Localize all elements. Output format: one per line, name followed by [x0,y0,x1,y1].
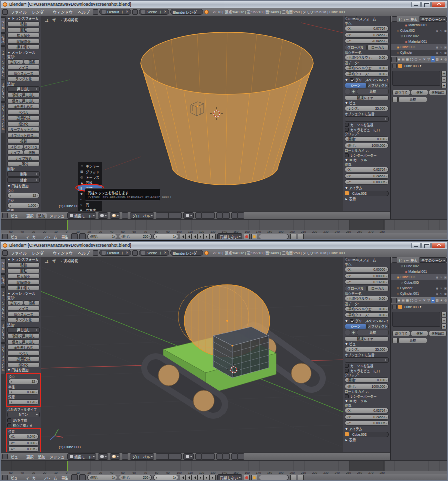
vertices-field[interactable]: 32 [7,193,40,198]
manipulator-icon[interactable] [122,453,128,460]
add-tool-button[interactable]: 細分化 [7,121,40,126]
start-frame-field[interactable]: 開始:1 [87,234,117,239]
title-bar[interactable]: Blender* [C:¥Users¥anazawa¥Downloads¥scr… [1,242,447,249]
properties-tab-icon[interactable]: ◉ [397,56,401,62]
properties-tab-icon[interactable]: ◯ [410,297,414,303]
timeline-menu-item[interactable]: ビュー [9,234,22,239]
crease-field[interactable]: 平均クリース:0.00 [345,312,389,318]
prev-keyframe-button[interactable] [186,234,192,239]
new-layer-button[interactable]: 新規レイヤー [345,95,389,100]
timeline-menu-item[interactable]: フレーム [42,475,59,480]
mode-dropdown[interactable]: 編集モード [67,212,96,219]
panel-header-grease-pencil[interactable]: ▼グリースペンシルレイ [345,319,389,324]
properties-tab-icon[interactable]: ▦ [405,56,410,62]
scene-selector[interactable]: Scene＋✕ [139,250,169,256]
play-button[interactable] [198,475,204,480]
shelf-tab[interactable]: 作成 [1,274,6,287]
editor-type-icon[interactable] [2,9,8,15]
grease-pencil-checkbox[interactable] [350,78,354,82]
properties-tab-icon[interactable]: ▢ [414,297,418,303]
timeline-menu-item[interactable]: 再生 [60,234,70,239]
visibility-icons[interactable]: ◉ ↖ ▣ [436,276,447,279]
generate-uv-row[interactable]: UVを生成 [7,418,40,423]
tool-button[interactable]: ナイフ [7,150,23,155]
editor-type-icon[interactable] [2,213,8,218]
editor-type-icon[interactable] [2,454,8,459]
outliner-view-menu[interactable]: ビュー [399,17,409,22]
outliner-row[interactable]: ▽Cylinder.001◉ ↖ ▣ [391,291,448,296]
properties-tab-icon[interactable]: ∗ [439,56,444,62]
play-reverse-button[interactable] [192,475,198,480]
add-tool-button[interactable]: 領域で押し出し [7,333,40,338]
outliner-row[interactable]: ▽Cube.002◉ ↖ ▣ [391,28,448,33]
minimize-button[interactable] [411,2,421,7]
median-y-field[interactable]: Y:0.24557 [345,32,389,38]
median-x-field[interactable]: X:0.07764 [345,26,389,31]
camera-lock-checkbox[interactable] [345,369,349,373]
screen-layout-selector[interactable]: Default＋✕ [99,250,131,256]
mode-dropdown[interactable]: 編集モード [67,453,96,460]
bevel-weight-field[interactable]: 平均ベベルウェ:0.00 [345,55,389,60]
timeline-menu-item[interactable]: ビュー [9,475,22,480]
outliner-row[interactable]: ◉Material.001◉ ↖ ▣ [391,39,448,44]
timeline-band[interactable] [1,461,448,471]
median-x-field[interactable]: X:0.00000 [345,267,389,272]
add-tool-button[interactable]: 細分化 [7,362,40,367]
lens-field[interactable]: レンズ:35.000 [345,106,389,111]
remove-scene-icon[interactable]: ✕ [164,10,167,14]
extrude-dropdown[interactable]: 押し出し [7,327,40,333]
outliner-filter-dropdown[interactable]: 全てのシーン [419,16,447,22]
location-coord-field[interactable]: Z:0.195 [8,446,39,452]
gp-scene-toggle[interactable]: シーン [345,83,367,88]
viewport-menu-item[interactable]: 選択 [25,454,35,459]
render-buttons[interactable] [231,212,244,219]
snap-element-dropdown[interactable] [183,212,194,219]
info-menu-item[interactable]: レンダー [30,9,50,15]
edge-slide-button[interactable]: 辺をス [7,59,23,64]
end-frame-field[interactable]: 終了:250 [119,475,152,480]
shelf-tab[interactable]: グリースペンシル [1,102,6,133]
visibility-icons[interactable]: ◉ ↖ ▣ [436,292,447,295]
sync-dropdown[interactable]: 同期しない [217,233,242,240]
vertices-field[interactable]: 32 [8,379,39,384]
auto-keyframe-button[interactable] [244,234,250,239]
gp-draw-icon[interactable] [345,330,350,335]
close-button[interactable] [431,2,445,7]
add-tool-button[interactable]: ベベル [7,351,40,356]
scene-icon[interactable] [132,9,138,15]
remove-layout-icon[interactable]: ✕ [126,10,129,14]
properties-tab-icon[interactable]: ▤ [401,297,406,303]
panel-header-view[interactable]: ▼ ビュー [345,342,389,347]
add-tool-button[interactable]: 個々に押し出し [7,339,40,344]
info-menu-item[interactable]: レンダー [30,250,50,256]
properties-tab-icon[interactable]: ▦ [405,297,410,303]
panel-header-item[interactable]: ▼ アイテム [345,186,389,191]
pivot-dropdown[interactable] [110,453,120,460]
add-slot-button[interactable]: ＋ [441,312,447,317]
pin-icon[interactable] [392,64,397,68]
outliner-icon[interactable] [392,257,397,263]
transform-tool-button[interactable]: 収縮/膨張 [7,39,40,44]
proportional-snap-buttons[interactable] [216,212,230,219]
vertex-slide-button[interactable]: 頂点 [24,59,40,64]
shading-dropdown[interactable] [98,453,108,460]
outliner-row[interactable]: ▽Cylinder◉ ↖ ▣ [391,50,448,55]
lens-field[interactable]: レンズ:35.000 [345,347,389,352]
radius-field[interactable]: 1.000 [7,203,40,208]
timeline-ruler[interactable]: -50-40-30-20-100102030405060708090100110… [1,471,448,474]
panel-header-3d-cursor[interactable]: ▼ 3Dカーソル [345,158,389,163]
remove-slot-button[interactable]: − [441,318,447,323]
cursor-coord-field[interactable]: Y:0.24557 [345,173,389,179]
properties-tab-icon[interactable]: ∞ [418,297,423,303]
transform-tool-button[interactable]: 拡大縮小 [7,274,40,279]
outliner-row[interactable]: ◉Cube.003◉ ↖ ▣ [391,44,448,50]
properties-tab-icon[interactable]: ∞ [418,56,423,62]
new-material-button[interactable]: 新規 [398,338,427,343]
radius-field[interactable]: 0.140 [8,389,39,395]
transform-tool-button[interactable]: 移動 [7,262,40,267]
add-scene-icon[interactable]: ＋ [159,250,162,255]
render-border-row[interactable]: レンダーボーダー [345,153,389,158]
bevel-weight-field[interactable]: 平均ベベルウェ:0.00 [345,296,389,301]
pin-icon[interactable] [392,305,397,309]
extrude-dropdown[interactable]: 押し出し [7,86,40,92]
